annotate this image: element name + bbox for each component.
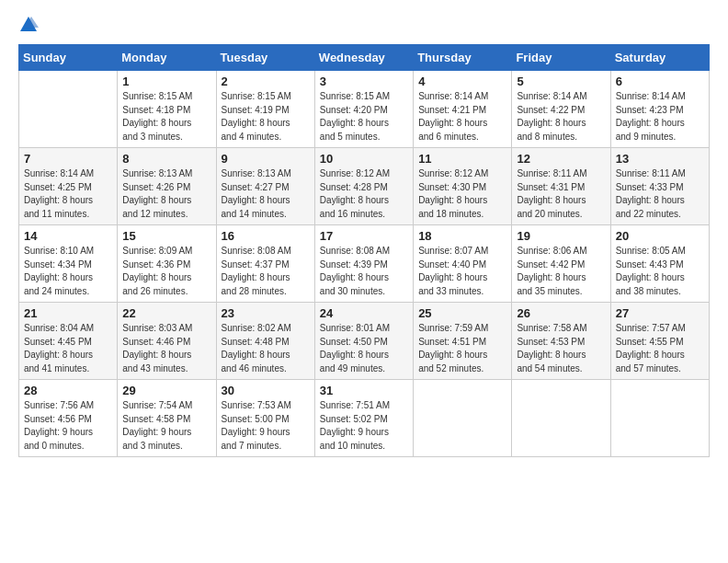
- calendar-cell: 22Sunrise: 8:03 AM Sunset: 4:46 PM Dayli…: [118, 303, 216, 380]
- day-number: 8: [122, 152, 210, 166]
- logo: [18, 15, 42, 35]
- calendar-cell: 18Sunrise: 8:07 AM Sunset: 4:40 PM Dayli…: [414, 225, 512, 303]
- day-number: 1: [122, 75, 210, 88]
- calendar-table: SundayMondayTuesdayWednesdayThursdayFrid…: [18, 44, 710, 457]
- day-info: Sunrise: 8:08 AM Sunset: 4:37 PM Dayligh…: [222, 245, 310, 298]
- calendar-cell: 28Sunrise: 7:56 AM Sunset: 4:56 PM Dayli…: [19, 380, 118, 457]
- calendar-cell: 8Sunrise: 8:13 AM Sunset: 4:26 PM Daylig…: [118, 148, 216, 225]
- day-info: Sunrise: 8:05 AM Sunset: 4:43 PM Dayligh…: [616, 245, 704, 298]
- header-area: [18, 15, 710, 35]
- day-info: Sunrise: 8:15 AM Sunset: 4:19 PM Dayligh…: [222, 90, 310, 144]
- weekday-header-thursday: Thursday: [414, 45, 512, 71]
- week-row-4: 21Sunrise: 8:04 AM Sunset: 4:45 PM Dayli…: [19, 303, 710, 380]
- weekday-header-sunday: Sunday: [19, 45, 118, 71]
- day-number: 28: [24, 384, 112, 397]
- day-info: Sunrise: 8:01 AM Sunset: 4:50 PM Dayligh…: [320, 322, 408, 375]
- weekday-header-tuesday: Tuesday: [216, 45, 314, 71]
- day-info: Sunrise: 8:14 AM Sunset: 4:23 PM Dayligh…: [616, 90, 704, 144]
- calendar-cell: 2Sunrise: 8:15 AM Sunset: 4:19 PM Daylig…: [216, 71, 314, 148]
- day-info: Sunrise: 8:12 AM Sunset: 4:28 PM Dayligh…: [320, 167, 408, 221]
- week-row-2: 7Sunrise: 8:14 AM Sunset: 4:25 PM Daylig…: [19, 148, 710, 225]
- day-number: 13: [616, 152, 704, 166]
- week-row-1: 1Sunrise: 8:15 AM Sunset: 4:18 PM Daylig…: [19, 71, 710, 148]
- week-row-5: 28Sunrise: 7:56 AM Sunset: 4:56 PM Dayli…: [19, 380, 710, 457]
- day-number: 10: [320, 152, 408, 166]
- calendar-cell: 16Sunrise: 8:08 AM Sunset: 4:37 PM Dayli…: [216, 225, 314, 303]
- day-info: Sunrise: 8:02 AM Sunset: 4:48 PM Dayligh…: [222, 322, 310, 375]
- calendar-cell: 30Sunrise: 7:53 AM Sunset: 5:00 PM Dayli…: [216, 380, 314, 457]
- day-number: 14: [24, 229, 112, 243]
- day-info: Sunrise: 8:04 AM Sunset: 4:45 PM Dayligh…: [24, 322, 112, 375]
- day-info: Sunrise: 7:57 AM Sunset: 4:55 PM Dayligh…: [616, 322, 704, 375]
- day-info: Sunrise: 8:15 AM Sunset: 4:18 PM Dayligh…: [122, 90, 210, 144]
- day-number: 23: [222, 306, 310, 320]
- day-number: 21: [24, 306, 112, 320]
- day-number: 15: [122, 229, 210, 243]
- calendar-cell: 11Sunrise: 8:12 AM Sunset: 4:30 PM Dayli…: [414, 148, 512, 225]
- day-number: 9: [222, 152, 310, 166]
- day-info: Sunrise: 7:51 AM Sunset: 5:02 PM Dayligh…: [320, 399, 408, 453]
- day-number: 27: [616, 306, 704, 320]
- calendar-cell: 23Sunrise: 8:02 AM Sunset: 4:48 PM Dayli…: [216, 303, 314, 380]
- calendar-cell: 4Sunrise: 8:14 AM Sunset: 4:21 PM Daylig…: [414, 71, 512, 148]
- calendar-cell: 21Sunrise: 8:04 AM Sunset: 4:45 PM Dayli…: [19, 303, 118, 380]
- calendar-cell: 5Sunrise: 8:14 AM Sunset: 4:22 PM Daylig…: [512, 71, 610, 148]
- calendar-cell: 15Sunrise: 8:09 AM Sunset: 4:36 PM Dayli…: [118, 225, 216, 303]
- day-info: Sunrise: 8:15 AM Sunset: 4:20 PM Dayligh…: [320, 90, 408, 144]
- day-number: 5: [517, 75, 605, 88]
- calendar-cell: 27Sunrise: 7:57 AM Sunset: 4:55 PM Dayli…: [610, 303, 709, 380]
- calendar-cell: 24Sunrise: 8:01 AM Sunset: 4:50 PM Dayli…: [314, 303, 413, 380]
- week-row-3: 14Sunrise: 8:10 AM Sunset: 4:34 PM Dayli…: [19, 225, 710, 303]
- day-info: Sunrise: 7:59 AM Sunset: 4:51 PM Dayligh…: [418, 322, 506, 375]
- calendar-cell: 7Sunrise: 8:14 AM Sunset: 4:25 PM Daylig…: [19, 148, 118, 225]
- weekday-header-saturday: Saturday: [610, 45, 709, 71]
- day-info: Sunrise: 8:14 AM Sunset: 4:22 PM Dayligh…: [517, 90, 605, 144]
- day-number: 17: [320, 229, 408, 243]
- calendar-cell: [512, 380, 610, 457]
- day-info: Sunrise: 8:08 AM Sunset: 4:39 PM Dayligh…: [320, 245, 408, 298]
- day-info: Sunrise: 8:11 AM Sunset: 4:33 PM Dayligh…: [616, 167, 704, 221]
- calendar-cell: 10Sunrise: 8:12 AM Sunset: 4:28 PM Dayli…: [314, 148, 413, 225]
- day-info: Sunrise: 8:14 AM Sunset: 4:21 PM Dayligh…: [418, 90, 506, 144]
- day-info: Sunrise: 8:14 AM Sunset: 4:25 PM Dayligh…: [24, 167, 112, 221]
- day-number: 12: [517, 152, 605, 166]
- day-number: 7: [24, 152, 112, 166]
- day-number: 22: [122, 306, 210, 320]
- calendar-cell: 6Sunrise: 8:14 AM Sunset: 4:23 PM Daylig…: [610, 71, 709, 148]
- calendar-cell: 12Sunrise: 8:11 AM Sunset: 4:31 PM Dayli…: [512, 148, 610, 225]
- calendar-cell: 29Sunrise: 7:54 AM Sunset: 4:58 PM Dayli…: [118, 380, 216, 457]
- day-number: 3: [320, 75, 408, 88]
- day-info: Sunrise: 8:13 AM Sunset: 4:27 PM Dayligh…: [222, 167, 310, 221]
- day-number: 11: [418, 152, 506, 166]
- weekday-header-wednesday: Wednesday: [314, 45, 413, 71]
- day-info: Sunrise: 8:12 AM Sunset: 4:30 PM Dayligh…: [418, 167, 506, 221]
- calendar-cell: [610, 380, 709, 457]
- day-info: Sunrise: 7:58 AM Sunset: 4:53 PM Dayligh…: [517, 322, 605, 375]
- day-info: Sunrise: 8:09 AM Sunset: 4:36 PM Dayligh…: [122, 245, 210, 298]
- calendar-cell: [414, 380, 512, 457]
- calendar-cell: 19Sunrise: 8:06 AM Sunset: 4:42 PM Dayli…: [512, 225, 610, 303]
- day-info: Sunrise: 7:56 AM Sunset: 4:56 PM Dayligh…: [24, 399, 112, 453]
- day-number: 20: [616, 229, 704, 243]
- calendar-cell: 13Sunrise: 8:11 AM Sunset: 4:33 PM Dayli…: [610, 148, 709, 225]
- day-info: Sunrise: 8:07 AM Sunset: 4:40 PM Dayligh…: [418, 245, 506, 298]
- day-info: Sunrise: 8:11 AM Sunset: 4:31 PM Dayligh…: [517, 167, 605, 221]
- weekday-header-friday: Friday: [512, 45, 610, 71]
- day-info: Sunrise: 8:10 AM Sunset: 4:34 PM Dayligh…: [24, 245, 112, 298]
- day-number: 29: [122, 384, 210, 397]
- day-number: 6: [616, 75, 704, 88]
- calendar-cell: 1Sunrise: 8:15 AM Sunset: 4:18 PM Daylig…: [118, 71, 216, 148]
- calendar-cell: 3Sunrise: 8:15 AM Sunset: 4:20 PM Daylig…: [314, 71, 413, 148]
- day-info: Sunrise: 7:53 AM Sunset: 5:00 PM Dayligh…: [222, 399, 310, 453]
- day-info: Sunrise: 7:54 AM Sunset: 4:58 PM Dayligh…: [122, 399, 210, 453]
- day-number: 26: [517, 306, 605, 320]
- calendar-cell: 26Sunrise: 7:58 AM Sunset: 4:53 PM Dayli…: [512, 303, 610, 380]
- day-number: 31: [320, 384, 408, 397]
- day-number: 16: [222, 229, 310, 243]
- logo-icon: [18, 15, 39, 35]
- day-info: Sunrise: 8:13 AM Sunset: 4:26 PM Dayligh…: [122, 167, 210, 221]
- calendar-cell: 17Sunrise: 8:08 AM Sunset: 4:39 PM Dayli…: [314, 225, 413, 303]
- day-number: 19: [517, 229, 605, 243]
- calendar-cell: 25Sunrise: 7:59 AM Sunset: 4:51 PM Dayli…: [414, 303, 512, 380]
- day-number: 18: [418, 229, 506, 243]
